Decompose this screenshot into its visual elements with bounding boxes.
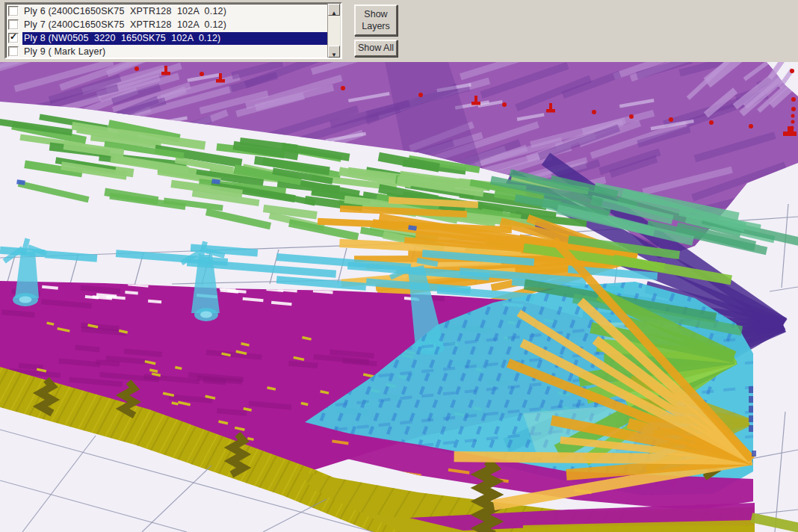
scroll-up-button[interactable]: ▲ <box>328 4 340 16</box>
design-viewport[interactable] <box>0 62 798 532</box>
scrollbar-track[interactable] <box>328 16 340 46</box>
ply-7-label: Ply 7 (2400C1650SK75 XPTR128 102A 0.12) <box>22 19 341 31</box>
ply-item-7[interactable]: Ply 7 (2400C1650SK75 XPTR128 102A 0.12) <box>6 18 341 31</box>
ply-8-label: Ply 8 (NW0505 3220 1650SK75 102A 0.12) <box>22 32 341 45</box>
ply-9-label: Ply 9 ( Mark Layer) <box>22 46 341 58</box>
show-all-button[interactable]: Show All <box>354 40 398 57</box>
layer-control-panel: Ply 6 (2400C1650SK75 XPTR128 102A 0.12) … <box>0 0 798 63</box>
ply-item-8-selected[interactable]: ✓ Ply 8 (NW0505 3220 1650SK75 102A 0.12) <box>6 31 341 45</box>
ply-8-checkbox[interactable]: ✓ <box>8 33 19 43</box>
checkmark-icon: ✓ <box>10 31 17 42</box>
ply-6-label: Ply 6 (2400C1650SK75 XPTR128 102A 0.12) <box>22 5 341 18</box>
scroll-down-button[interactable]: ▼ <box>328 46 340 58</box>
ply-item-9[interactable]: Ply 9 ( Mark Layer) <box>6 45 341 58</box>
ply-list-scrollbar[interactable]: ▲ ▼ <box>327 4 341 58</box>
ply-6-checkbox[interactable] <box>8 6 19 16</box>
show-layers-button[interactable]: Show Layers <box>354 4 398 36</box>
ply-9-checkbox[interactable] <box>8 46 19 57</box>
arrow-down-icon: ▼ <box>331 52 337 58</box>
application-window: Ply 6 (2400C1650SK75 XPTR128 102A 0.12) … <box>0 0 798 532</box>
ply-list[interactable]: Ply 6 (2400C1650SK75 XPTR128 102A 0.12) … <box>4 2 342 59</box>
ply-item-6[interactable]: Ply 6 (2400C1650SK75 XPTR128 102A 0.12) <box>6 4 341 18</box>
ply-7-checkbox[interactable] <box>8 19 19 30</box>
